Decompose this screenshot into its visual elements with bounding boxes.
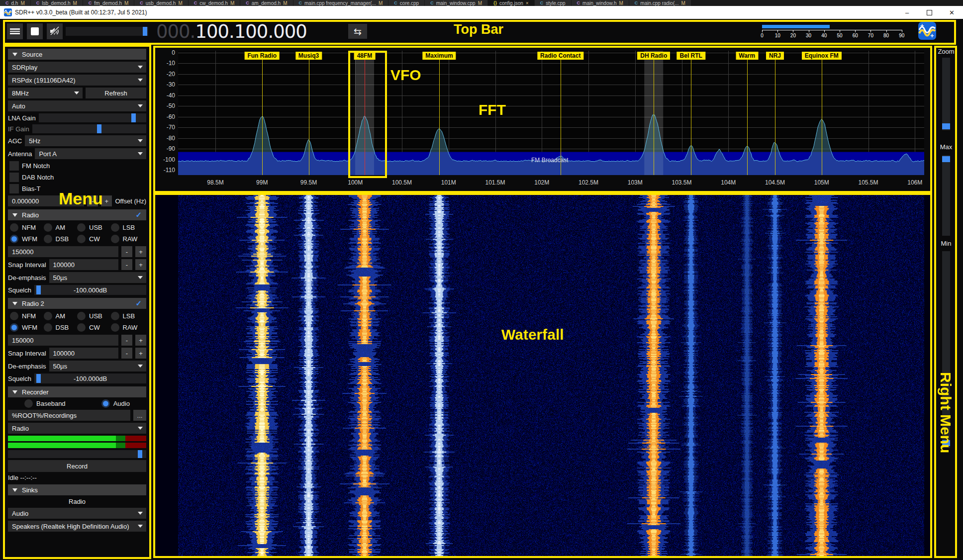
- editor-tab[interactable]: {}config.json ×: [488, 0, 534, 6]
- lna-gain-slider[interactable]: [39, 113, 146, 122]
- volume-slider[interactable]: [66, 27, 148, 36]
- radio2-mode-usb[interactable]: USB: [77, 312, 111, 320]
- volume-slider-handle[interactable]: [143, 27, 147, 36]
- sink-type-select[interactable]: Audio: [8, 508, 146, 519]
- min-slider[interactable]: [942, 251, 950, 448]
- editor-tab[interactable]: Cmain_window.h M: [572, 0, 629, 6]
- close-button[interactable]: ✕: [941, 6, 963, 19]
- editor-tab[interactable]: Ccore.cpp: [388, 0, 424, 6]
- offset-minus-button[interactable]: -: [87, 195, 98, 206]
- radio1-bandwidth-plus-button[interactable]: +: [135, 246, 146, 257]
- radio2-snap-plus-button[interactable]: +: [135, 348, 146, 359]
- radio2-squelch-handle[interactable]: [36, 374, 41, 383]
- editor-tab[interactable]: Cusb_demod.h M: [134, 0, 188, 6]
- radio1-squelch-handle[interactable]: [36, 285, 41, 294]
- record-button[interactable]: Record: [8, 460, 146, 472]
- radio1-mode-dsb[interactable]: DSB: [44, 235, 78, 243]
- editor-tab[interactable]: Cam_demod.h M: [240, 0, 292, 6]
- radio2-snap-input[interactable]: 100000: [49, 348, 118, 359]
- radio2-bandwidth-minus-button[interactable]: -: [121, 335, 132, 346]
- min-slider-handle[interactable]: [942, 440, 950, 446]
- offset-input[interactable]: 0.000000: [8, 195, 84, 206]
- recorder-mode-baseband[interactable]: Baseband: [24, 399, 66, 408]
- radio2-enabled-check[interactable]: ✓: [135, 299, 142, 308]
- sinks-section-header[interactable]: Sinks: [8, 484, 146, 495]
- recorder-path-input[interactable]: %ROOT%/Recordings: [8, 410, 130, 421]
- zoom-slider-handle[interactable]: [942, 123, 950, 129]
- stop-button[interactable]: [27, 23, 43, 39]
- radio2-mode-am[interactable]: AM: [44, 312, 78, 320]
- offset-plus-button[interactable]: +: [101, 195, 112, 206]
- mute-button[interactable]: [47, 23, 63, 39]
- source-driver-select[interactable]: SDRplay: [8, 62, 146, 73]
- radio2-mode-lsb[interactable]: LSB: [111, 312, 145, 320]
- radio1-snap-minus-button[interactable]: -: [121, 259, 132, 270]
- radio1-mode-wfm[interactable]: WFM: [10, 235, 44, 243]
- radio1-snap-plus-button[interactable]: +: [135, 259, 146, 270]
- fm-notch-checkbox[interactable]: [9, 161, 19, 171]
- radio2-section-header[interactable]: Radio 2✓: [8, 298, 146, 309]
- radio1-mode-nfm[interactable]: NFM: [10, 223, 44, 232]
- radio2-snap-minus-button[interactable]: -: [121, 348, 132, 359]
- samplerate-select[interactable]: 8MHz: [8, 88, 83, 98]
- radio2-squelch-slider[interactable]: -100.000dB: [34, 373, 146, 383]
- frequency-display[interactable]: 000.100.100.000: [156, 21, 307, 42]
- if-gain-slider[interactable]: [32, 124, 146, 133]
- editor-tab[interactable]: Cmain.cpp frequency_manager(... M: [293, 0, 388, 6]
- source-section-header[interactable]: Source: [8, 49, 146, 60]
- recorder-volume-slider[interactable]: [8, 450, 146, 458]
- radio1-mode-am[interactable]: AM: [44, 223, 78, 232]
- recorder-mode-audio[interactable]: Audio: [101, 399, 130, 408]
- radio1-mode-raw[interactable]: RAW: [111, 235, 145, 243]
- editor-tab[interactable]: Clsb_demod.h M: [31, 0, 83, 6]
- radio1-mode-lsb[interactable]: LSB: [111, 223, 145, 232]
- radio1-deemphasis-select[interactable]: 50µs: [49, 272, 146, 283]
- refresh-button[interactable]: Refresh: [86, 88, 146, 98]
- maximize-button[interactable]: [918, 6, 941, 19]
- editor-tab[interactable]: Cfm_demod.h M: [83, 0, 134, 6]
- recorder-volume-handle[interactable]: [138, 450, 142, 458]
- waterfall[interactable]: [178, 195, 924, 556]
- browse-button[interactable]: ...: [133, 410, 146, 421]
- recorder-section-header[interactable]: Recorder: [8, 386, 146, 397]
- agc-speed-select[interactable]: 5Hz: [25, 135, 146, 146]
- antenna-select[interactable]: Port A: [35, 148, 146, 159]
- radio1-squelch-slider[interactable]: -100.000dB: [34, 285, 146, 295]
- menu-toggle-button[interactable]: [7, 23, 23, 39]
- bias-t-checkbox[interactable]: [9, 184, 19, 193]
- radio1-bandwidth-minus-button[interactable]: -: [121, 246, 132, 257]
- max-slider[interactable]: [942, 155, 950, 236]
- lna-gain-handle[interactable]: [131, 113, 136, 122]
- radio1-snap-input[interactable]: 100000: [49, 259, 118, 270]
- editor-tab[interactable]: Ccw_demod.h M: [189, 0, 240, 6]
- editor-tab[interactable]: Cd.h M: [0, 0, 30, 6]
- radio1-section-header[interactable]: Radio✓: [8, 209, 146, 220]
- editor-tab[interactable]: Cmain_window.cpp M: [425, 0, 487, 6]
- radio2-deemphasis-select[interactable]: 50µs: [49, 361, 146, 372]
- radio2-mode-nfm[interactable]: NFM: [10, 312, 44, 320]
- minimize-button[interactable]: –: [896, 6, 918, 19]
- radio2-bandwidth-input[interactable]: 150000: [8, 335, 118, 346]
- max-slider-handle[interactable]: [942, 156, 950, 162]
- radio2-mode-dsb[interactable]: DSB: [44, 323, 78, 332]
- editor-tab[interactable]: Cstyle.cpp: [535, 0, 571, 6]
- mode-label: CW: [89, 324, 100, 331]
- dab-notch-checkbox[interactable]: [9, 173, 19, 182]
- if-gain-handle[interactable]: [97, 124, 101, 133]
- radio2-mode-cw[interactable]: CW: [77, 323, 111, 332]
- radio1-enabled-check[interactable]: ✓: [135, 210, 142, 219]
- recorder-stream-select[interactable]: Radio: [8, 423, 146, 434]
- tab-close-icon[interactable]: ×: [526, 0, 529, 6]
- sink-device-select[interactable]: Speakers (Realtek High Definition Audio): [8, 521, 146, 532]
- radio2-bandwidth-plus-button[interactable]: +: [135, 335, 146, 346]
- source-device-select[interactable]: RSPdx (191106DA42): [8, 75, 146, 86]
- agc-mode-select[interactable]: Auto: [8, 100, 146, 111]
- tuning-mode-button[interactable]: ⇆: [348, 24, 367, 39]
- radio2-mode-wfm[interactable]: WFM: [10, 323, 44, 332]
- editor-tab[interactable]: Cmain.cpp radio(... M: [629, 0, 691, 6]
- radio1-mode-usb[interactable]: USB: [77, 223, 111, 232]
- zoom-slider[interactable]: [942, 58, 950, 130]
- radio2-mode-raw[interactable]: RAW: [111, 323, 145, 332]
- radio1-bandwidth-input[interactable]: 150000: [8, 246, 118, 257]
- radio1-mode-cw[interactable]: CW: [77, 235, 111, 243]
